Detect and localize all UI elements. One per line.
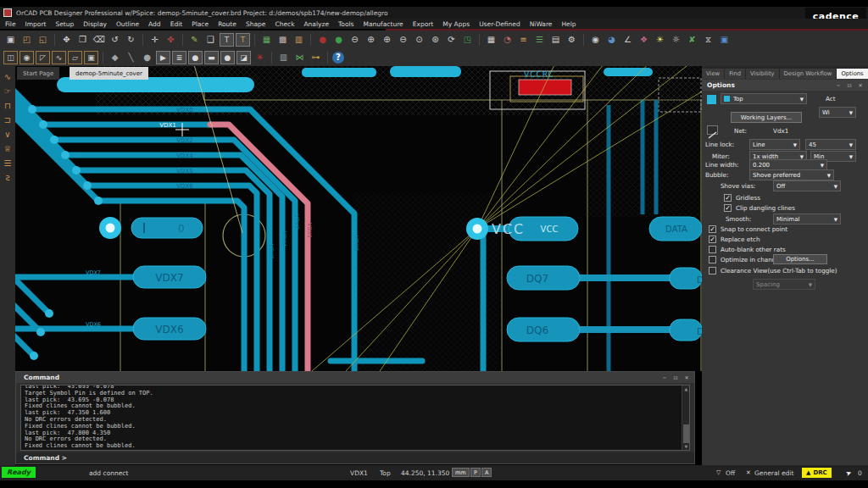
- status-filter[interactable]: Off: [726, 469, 735, 477]
- pin-icon[interactable]: ✛: [147, 33, 162, 47]
- color-dialog-icon[interactable]: ◔: [500, 33, 515, 47]
- zoom-in-icon[interactable]: ⊕: [380, 33, 394, 47]
- snake-route-icon[interactable]: ƨ: [1, 170, 14, 184]
- status-edit-mode[interactable]: General edit: [754, 469, 793, 477]
- pin-shape-icon[interactable]: ●: [220, 51, 235, 64]
- gridless-checkbox[interactable]: ✓: [724, 194, 732, 202]
- pad-zero[interactable]: [131, 218, 203, 238]
- via-icon[interactable]: ●: [188, 51, 203, 64]
- help-icon[interactable]: ?: [332, 52, 344, 64]
- phase-icon[interactable]: ▱: [68, 51, 82, 64]
- menu-user-defined[interactable]: User-Defined: [479, 20, 520, 28]
- constraint-card-icon[interactable]: ▥: [276, 51, 291, 64]
- glove-mode-icon[interactable]: ☞: [1, 84, 14, 97]
- a-button[interactable]: A: [481, 468, 492, 477]
- menu-outline[interactable]: Outline: [116, 20, 139, 28]
- delay-tune-icon[interactable]: ⊐: [1, 113, 14, 126]
- parameter-editor-icon[interactable]: ⚙: [565, 33, 579, 47]
- panel-tab-design-workflow[interactable]: Design Workflow: [780, 69, 837, 79]
- options-panel-header[interactable]: Options ─ ⊡ ✕: [702, 80, 868, 91]
- menu-route[interactable]: Route: [218, 20, 236, 28]
- swap-icon[interactable]: ⋈: [292, 51, 307, 64]
- fill-shape-icon[interactable]: ◪: [236, 51, 251, 64]
- zoom-board-icon[interactable]: ●: [315, 33, 330, 47]
- zoom-in-quick-icon[interactable]: ⊕: [364, 33, 378, 47]
- command-window-header[interactable]: Command ─ ⊡ ✕: [16, 372, 694, 383]
- grid-toggle-icon[interactable]: ▦: [484, 33, 498, 47]
- slot-icon[interactable]: ◸: [36, 51, 50, 64]
- reports-icon[interactable]: ▤: [548, 33, 563, 47]
- edit-text-icon[interactable]: T: [236, 33, 250, 47]
- menu-import[interactable]: Import: [25, 20, 47, 28]
- assign-color-icon[interactable]: ✘: [685, 33, 699, 47]
- delete-icon[interactable]: ⌫: [92, 33, 106, 47]
- shove-icon[interactable]: ♕: [1, 141, 14, 155]
- add-text-icon[interactable]: T: [220, 33, 234, 47]
- new-drawing-icon[interactable]: ▣: [3, 33, 18, 47]
- undo-icon[interactable]: ↺: [108, 33, 122, 47]
- act-select[interactable]: Wi▼: [819, 107, 856, 118]
- units-button[interactable]: mm: [452, 468, 470, 477]
- add-connect-icon[interactable]: ✎: [187, 33, 202, 47]
- optimize-options-button[interactable]: Options...: [773, 254, 827, 264]
- shape-polygon-icon[interactable]: ◆: [108, 51, 122, 64]
- menu-check[interactable]: Check: [275, 20, 294, 28]
- pad-edit-icon[interactable]: ◉: [19, 51, 34, 64]
- smooth-select[interactable]: Minimal▼: [773, 214, 841, 225]
- properties-window-icon[interactable]: ▣: [717, 33, 732, 47]
- measure-icon[interactable]: ∠: [620, 33, 635, 47]
- edit-mode-icon[interactable]: ✕: [746, 469, 751, 476]
- flow-plan-icon[interactable]: ◫: [3, 51, 18, 64]
- cross-section-icon[interactable]: ☰: [532, 33, 547, 47]
- optimize-checkbox[interactable]: [709, 256, 716, 263]
- board-outline-icon[interactable]: ◳: [460, 33, 475, 47]
- redo-icon[interactable]: ↻: [124, 33, 138, 47]
- scrollbar-thumb[interactable]: [683, 424, 689, 443]
- menu-setup[interactable]: Setup: [55, 20, 74, 28]
- panel-float-button[interactable]: ⊡: [845, 81, 854, 89]
- menu-edit[interactable]: Edit: [170, 20, 183, 28]
- lock-icon[interactable]: ⊶: [309, 51, 323, 64]
- color-by-net-icon[interactable]: ◕: [604, 33, 619, 47]
- layer-stack-icon[interactable]: ≣: [172, 51, 186, 64]
- route-play-icon[interactable]: ▶: [156, 51, 170, 64]
- replace-etch-checkbox[interactable]: ✓: [709, 236, 716, 243]
- menu-place[interactable]: Place: [192, 20, 209, 28]
- copy-icon[interactable]: ❐: [75, 33, 90, 47]
- zoom-out-icon[interactable]: ⊖: [396, 33, 410, 47]
- menu-niware[interactable]: NiWare: [530, 20, 553, 28]
- slide-icon[interactable]: ∿: [1, 69, 14, 83]
- place-module-icon[interactable]: ▩: [275, 33, 290, 47]
- move-icon[interactable]: ✥: [59, 33, 74, 47]
- command-output-area[interactable]: last pick: 43.695 -0.078Target Symbol Pi…: [20, 385, 690, 451]
- menu-display[interactable]: Display: [83, 20, 107, 28]
- region-icon[interactable]: ▣: [84, 51, 98, 64]
- line-lock-select[interactable]: Line▼: [749, 139, 800, 150]
- panel-close-button[interactable]: ✕: [856, 81, 865, 89]
- command-float-button[interactable]: ⊡: [671, 374, 680, 381]
- menu-export[interactable]: Export: [413, 20, 434, 28]
- zoom-points-icon[interactable]: ⊛: [428, 33, 442, 47]
- scroll-down-arrow[interactable]: ▼: [682, 443, 690, 450]
- filter-icon[interactable]: ▽: [716, 469, 721, 476]
- palette-icon[interactable]: ❖: [637, 33, 651, 47]
- waive-drc-icon[interactable]: ⧖: [701, 33, 715, 47]
- layer-priority-icon[interactable]: ≡: [516, 33, 531, 47]
- vccrc-pad[interactable]: [519, 80, 571, 95]
- panel-tab-view[interactable]: View: [702, 69, 724, 79]
- menu-shape[interactable]: Shape: [246, 20, 266, 28]
- menu-help[interactable]: Help: [561, 20, 576, 28]
- visibility-icon[interactable]: ◉: [588, 33, 603, 47]
- unpin-icon[interactable]: ✜: [164, 33, 178, 47]
- menu-file[interactable]: File: [5, 20, 16, 28]
- p-button[interactable]: P: [470, 468, 481, 477]
- shape-line-icon[interactable]: ╲: [124, 51, 138, 64]
- tab-start-page[interactable]: Start Page: [17, 67, 59, 80]
- place-manual-icon[interactable]: ▦: [259, 33, 274, 47]
- shape-circle-icon[interactable]: ●: [140, 51, 154, 64]
- label-icon[interactable]: ❑: [203, 33, 218, 47]
- panel-tab-find[interactable]: Find: [725, 69, 745, 79]
- menu-analyze[interactable]: Analyze: [303, 20, 329, 28]
- panel-tab-options[interactable]: Options: [837, 69, 867, 79]
- save-drawing-icon[interactable]: ◱: [36, 33, 50, 47]
